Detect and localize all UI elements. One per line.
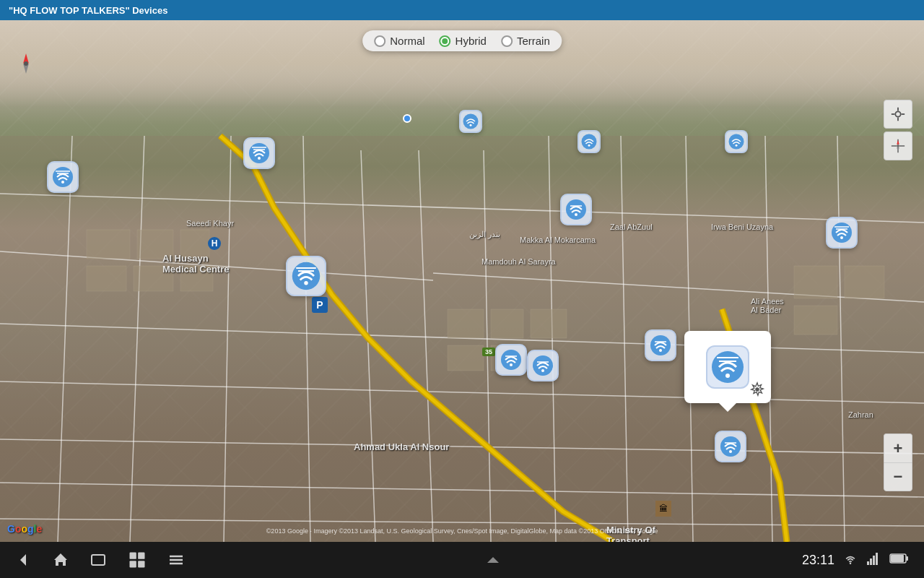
- wifi-icon: [843, 551, 858, 569]
- map-background: [0, 20, 924, 542]
- zoom-controls[interactable]: + −: [884, 434, 912, 491]
- svg-rect-92: [138, 553, 144, 559]
- svg-point-37: [24, 61, 28, 66]
- device-d5[interactable]: [725, 130, 748, 153]
- recent-button[interactable]: [90, 551, 107, 569]
- svg-rect-90: [92, 555, 105, 565]
- map-attribution: ©2013 Google · Imagery ©2013 Landsat, U.…: [266, 527, 658, 535]
- ministry-poi: 🏛: [655, 501, 671, 517]
- svg-point-51: [736, 144, 738, 147]
- device-d12[interactable]: [715, 431, 746, 462]
- map-controls[interactable]: [884, 100, 912, 160]
- nav-right: 23:11: [802, 551, 910, 569]
- svg-point-70: [659, 349, 662, 352]
- svg-point-99: [850, 562, 852, 564]
- menu-button[interactable]: [167, 551, 185, 569]
- chevron-up-button[interactable]: [484, 551, 502, 569]
- popup-device-icon: [706, 345, 749, 389]
- svg-point-57: [575, 213, 578, 216]
- device-d9[interactable]: [495, 344, 527, 376]
- svg-point-49: [588, 144, 590, 147]
- nav-bar: 23:11: [0, 542, 924, 578]
- popup-settings-icon[interactable]: [749, 381, 765, 397]
- device-d6[interactable]: [826, 217, 858, 249]
- device-d10[interactable]: [527, 350, 559, 381]
- svg-marker-88: [897, 147, 899, 152]
- svg-point-76: [725, 374, 730, 378]
- svg-marker-87: [897, 140, 899, 144]
- system-bar: "HQ FLOW TOP TALKERS" Devices: [0, 0, 924, 20]
- normal-radio[interactable]: [374, 35, 385, 47]
- svg-rect-102: [873, 556, 875, 565]
- svg-point-47: [470, 124, 472, 126]
- map-type-selector[interactable]: Normal Hybrid Terrain: [362, 30, 562, 51]
- svg-point-64: [510, 363, 513, 366]
- svg-point-43: [258, 157, 261, 160]
- svg-rect-94: [138, 561, 144, 567]
- hybrid-radio[interactable]: [440, 35, 451, 47]
- zoom-out-btn[interactable]: −: [884, 462, 912, 491]
- device-d2[interactable]: [243, 137, 275, 169]
- device-d13[interactable]: [403, 114, 411, 123]
- device-d4[interactable]: [578, 130, 601, 153]
- google-logo: Google: [7, 523, 42, 535]
- time-display: 23:11: [802, 553, 834, 568]
- svg-rect-101: [870, 558, 872, 565]
- back-button[interactable]: [14, 551, 32, 569]
- svg-rect-93: [130, 561, 136, 567]
- battery-icon: [889, 553, 910, 567]
- ministry-symbol: 🏛: [655, 501, 671, 517]
- selected-device-popup[interactable]: [684, 331, 771, 403]
- svg-point-53: [840, 236, 843, 239]
- map-container[interactable]: Normal Hybrid Terrain Al HusaynMedical C…: [0, 20, 924, 542]
- svg-rect-103: [876, 553, 878, 565]
- svg-point-60: [304, 281, 308, 285]
- device-d7[interactable]: [560, 194, 592, 225]
- normal-label: Normal: [390, 35, 424, 47]
- svg-point-79: [755, 387, 759, 392]
- map-type-terrain[interactable]: Terrain: [501, 35, 550, 47]
- terrain-radio[interactable]: [501, 35, 513, 47]
- hospital-icon: H: [208, 237, 221, 250]
- device-d8[interactable]: [286, 256, 326, 296]
- compass-btn[interactable]: [884, 131, 912, 160]
- device-d11[interactable]: [645, 329, 676, 361]
- system-bar-title: "HQ FLOW TOP TALKERS" Devices: [9, 5, 167, 16]
- svg-point-67: [541, 369, 544, 372]
- map-type-hybrid[interactable]: Hybrid: [440, 35, 487, 47]
- hybrid-label: Hybrid: [456, 35, 487, 47]
- location-btn[interactable]: [884, 100, 912, 129]
- nav-left: [14, 550, 185, 570]
- grid-button[interactable]: [127, 550, 147, 570]
- parking-icon: P: [312, 297, 328, 313]
- svg-rect-105: [891, 555, 904, 562]
- svg-rect-100: [867, 561, 869, 565]
- road-marker: 35: [482, 348, 495, 356]
- device-d1[interactable]: [47, 161, 79, 193]
- home-button[interactable]: [52, 551, 69, 569]
- svg-point-80: [895, 111, 900, 116]
- zoom-in-btn[interactable]: +: [884, 434, 912, 462]
- map-type-normal[interactable]: Normal: [374, 35, 424, 47]
- device-d3[interactable]: [459, 110, 482, 133]
- terrain-label: Terrain: [517, 35, 550, 47]
- svg-point-73: [729, 450, 732, 453]
- svg-point-39: [61, 181, 64, 184]
- signal-icon: [866, 551, 881, 569]
- north-arrow: [14, 52, 38, 75]
- svg-marker-98: [487, 557, 499, 563]
- svg-rect-106: [906, 556, 908, 561]
- svg-rect-91: [130, 553, 136, 559]
- svg-marker-89: [20, 554, 26, 566]
